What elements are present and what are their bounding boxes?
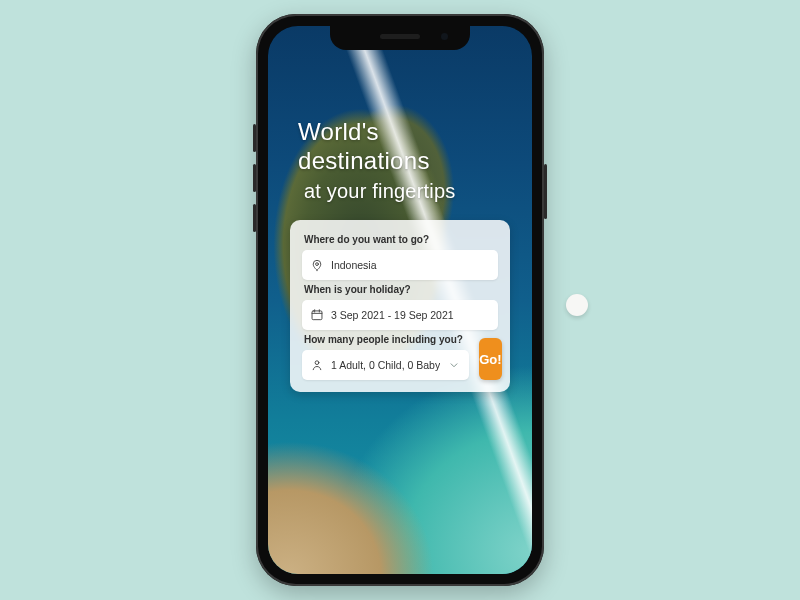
calendar-icon	[310, 308, 324, 322]
destination-label: Where do you want to go?	[304, 234, 498, 245]
chevron-down-icon	[447, 358, 461, 372]
hero-text: World's destinations at your fingertips	[298, 118, 512, 203]
people-label: How many people including you?	[304, 334, 469, 345]
svg-point-2	[315, 361, 319, 365]
phone-frame: World's destinations at your fingertips …	[256, 14, 544, 586]
search-card: Where do you want to go? Indonesia When …	[290, 220, 510, 392]
destination-input[interactable]: Indonesia	[302, 250, 498, 280]
dates-value: 3 Sep 2021 - 19 Sep 2021	[331, 309, 490, 321]
cursor-dot	[566, 294, 588, 316]
dates-input[interactable]: 3 Sep 2021 - 19 Sep 2021	[302, 300, 498, 330]
svg-rect-1	[312, 311, 322, 320]
people-value: 1 Adult, 0 Child, 0 Baby	[331, 359, 440, 371]
person-icon	[310, 358, 324, 372]
go-button[interactable]: Go!	[479, 338, 501, 380]
phone-notch	[330, 26, 470, 50]
destination-value: Indonesia	[331, 259, 490, 271]
people-select[interactable]: 1 Adult, 0 Child, 0 Baby	[302, 350, 469, 380]
svg-point-0	[316, 263, 319, 266]
hero-title: World's destinations	[298, 118, 512, 176]
phone-screen: World's destinations at your fingertips …	[268, 26, 532, 574]
location-pin-icon	[310, 258, 324, 272]
dates-label: When is your holiday?	[304, 284, 498, 295]
hero-subtitle: at your fingertips	[298, 180, 512, 203]
